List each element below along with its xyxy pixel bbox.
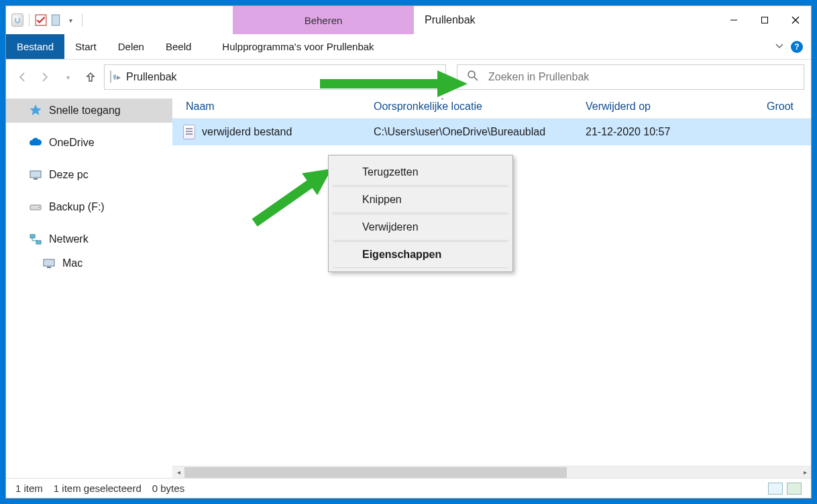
sidebar-item-label: OneDrive bbox=[49, 137, 95, 149]
svg-rect-14 bbox=[44, 259, 54, 266]
svg-rect-9 bbox=[34, 178, 38, 180]
explorer-window: ▾ Beheren Prullenbak Bestand Start Delen… bbox=[5, 5, 812, 499]
status-size: 0 bytes bbox=[152, 483, 184, 494]
file-icon bbox=[183, 125, 195, 139]
horizontal-scrollbar[interactable]: ◂ ▸ bbox=[172, 466, 811, 478]
network-icon bbox=[29, 233, 42, 246]
maximize-button[interactable] bbox=[749, 6, 780, 34]
tab-share[interactable]: Delen bbox=[107, 34, 155, 59]
search-box[interactable] bbox=[457, 64, 804, 90]
svg-marker-17 bbox=[437, 70, 468, 97]
file-name: verwijderd bestand bbox=[202, 126, 292, 138]
svg-point-11 bbox=[38, 207, 40, 208]
svg-rect-16 bbox=[320, 79, 441, 88]
svg-rect-18 bbox=[252, 178, 315, 227]
sidebar-item-label: Deze pc bbox=[49, 169, 89, 181]
status-item-count: 1 item bbox=[15, 483, 43, 494]
sidebar-item-this-pc[interactable]: Deze pc bbox=[6, 163, 172, 187]
view-large-icons-button[interactable] bbox=[787, 483, 802, 495]
svg-point-6 bbox=[468, 71, 475, 78]
view-details-button[interactable] bbox=[768, 483, 783, 495]
annotation-arrow-context bbox=[246, 159, 340, 233]
column-header-deleted[interactable]: Verwijderd op bbox=[586, 101, 767, 113]
sidebar-item-mac[interactable]: Mac bbox=[6, 251, 172, 275]
svg-rect-15 bbox=[47, 267, 51, 268]
search-input[interactable] bbox=[488, 71, 794, 83]
scroll-right-icon[interactable]: ▸ bbox=[799, 467, 811, 478]
scroll-left-icon[interactable]: ◂ bbox=[172, 467, 184, 478]
close-button[interactable] bbox=[780, 6, 811, 34]
sort-indicator-icon: ˄ bbox=[441, 97, 444, 105]
column-header-location[interactable]: Oorspronkelijke locatie bbox=[374, 101, 586, 113]
ctx-properties[interactable]: Eigenschappen bbox=[333, 241, 508, 268]
svg-rect-1 bbox=[52, 15, 59, 25]
document-icon[interactable] bbox=[50, 14, 62, 26]
column-header-name[interactable]: Naam bbox=[179, 101, 374, 113]
sidebar-item-backup[interactable]: Backup (F:) bbox=[6, 195, 172, 219]
cell-name: verwijderd bestand bbox=[179, 125, 374, 139]
cloud-icon bbox=[29, 136, 42, 149]
annotation-arrow-search bbox=[320, 70, 468, 97]
recent-dropdown-icon[interactable]: ▾ bbox=[58, 68, 77, 86]
column-header-size[interactable]: Groot bbox=[767, 101, 811, 113]
ctx-cut[interactable]: Knippen bbox=[333, 186, 508, 213]
forward-button[interactable] bbox=[36, 68, 54, 86]
divider bbox=[82, 13, 83, 27]
search-icon bbox=[467, 70, 479, 84]
breadcrumb[interactable]: Prullenbak bbox=[126, 71, 177, 83]
recycle-bin-icon bbox=[11, 14, 23, 26]
navigation-pane: Snelle toegang OneDrive Deze pc Backup (… bbox=[6, 94, 172, 478]
drive-icon bbox=[29, 200, 42, 214]
table-row[interactable]: verwijderd bestand C:\Users\user\OneDriv… bbox=[172, 119, 811, 145]
star-icon bbox=[29, 104, 42, 117]
contextual-tab-header: Beheren bbox=[233, 6, 414, 34]
column-headers: ˄ Naam Oorspronkelijke locatie Verwijder… bbox=[172, 94, 811, 119]
titlebar: ▾ Beheren Prullenbak bbox=[6, 6, 811, 34]
sidebar-item-label: Snelle toegang bbox=[49, 105, 121, 117]
qat-dropdown-icon[interactable]: ▾ bbox=[64, 14, 76, 26]
ribbon-tabs: Bestand Start Delen Beeld Hulpprogramma'… bbox=[6, 34, 811, 60]
window-title: Prullenbak bbox=[414, 6, 718, 34]
svg-rect-12 bbox=[30, 235, 35, 238]
sidebar-item-label: Backup (F:) bbox=[49, 201, 105, 213]
tab-view[interactable]: Beeld bbox=[155, 34, 202, 59]
minimize-button[interactable] bbox=[718, 6, 749, 34]
sidebar-item-label: Mac bbox=[62, 257, 83, 269]
pc-icon bbox=[29, 168, 42, 182]
cell-deleted: 21-12-2020 10:57 bbox=[586, 126, 767, 138]
back-button[interactable] bbox=[13, 68, 32, 86]
recycle-bin-icon bbox=[110, 71, 111, 83]
pc-icon bbox=[42, 257, 56, 270]
sidebar-item-network[interactable]: Netwerk bbox=[6, 227, 172, 251]
status-selected-count: 1 item geselecteerd bbox=[54, 483, 142, 494]
svg-line-7 bbox=[474, 77, 478, 80]
context-menu: Terugzetten Knippen Verwijderen Eigensch… bbox=[328, 155, 513, 272]
help-icon[interactable]: ? bbox=[791, 41, 803, 53]
quick-access-toolbar: ▾ bbox=[6, 6, 233, 34]
window-controls bbox=[718, 6, 811, 34]
sidebar-item-label: Netwerk bbox=[49, 233, 89, 245]
up-button[interactable] bbox=[81, 68, 100, 86]
scroll-thumb[interactable] bbox=[184, 467, 567, 478]
sidebar-item-quick-access[interactable]: Snelle toegang bbox=[6, 99, 172, 123]
body: Snelle toegang OneDrive Deze pc Backup (… bbox=[6, 94, 811, 478]
breadcrumb-separator-icon: ▸ bbox=[117, 72, 121, 82]
ctx-restore[interactable]: Terugzetten bbox=[333, 159, 508, 186]
tab-file[interactable]: Bestand bbox=[6, 34, 64, 59]
svg-rect-3 bbox=[762, 17, 768, 23]
ribbon-collapse-icon[interactable] bbox=[775, 41, 784, 53]
content-area: ˄ Naam Oorspronkelijke locatie Verwijder… bbox=[172, 94, 811, 478]
svg-rect-13 bbox=[36, 241, 41, 244]
properties-icon[interactable] bbox=[35, 14, 47, 26]
svg-rect-8 bbox=[30, 171, 41, 178]
sidebar-item-onedrive[interactable]: OneDrive bbox=[6, 131, 172, 155]
divider bbox=[29, 13, 30, 27]
cell-location: C:\Users\user\OneDrive\Bureaublad bbox=[374, 126, 586, 138]
tab-start[interactable]: Start bbox=[64, 34, 107, 59]
status-bar: 1 item 1 item geselecteerd 0 bytes bbox=[6, 478, 811, 498]
tab-recycle-tools[interactable]: Hulpprogramma's voor Prullenbak bbox=[211, 34, 384, 59]
ctx-delete[interactable]: Verwijderen bbox=[333, 214, 508, 241]
